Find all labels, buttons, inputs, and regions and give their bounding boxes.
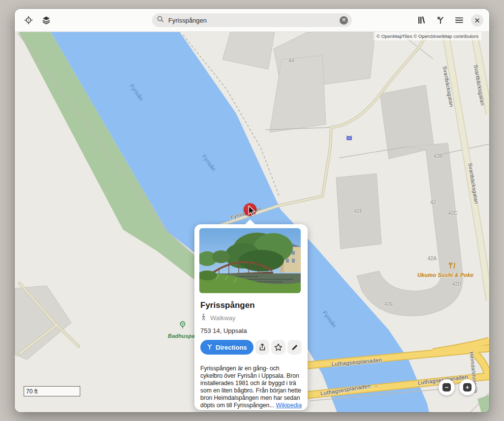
- pedestrian-icon: [200, 313, 207, 322]
- star-icon[interactable]: [271, 340, 285, 355]
- map-pin[interactable]: [244, 203, 256, 216]
- plus-icon: +: [463, 383, 472, 391]
- place-card-arrow: [245, 219, 255, 225]
- tree-icon: [180, 322, 185, 329]
- map-attribution: © OpenMapTiles © OpenStreetMap contribut…: [374, 32, 481, 40]
- clear-search-icon[interactable]: ✕: [340, 16, 348, 25]
- route-icon[interactable]: [434, 13, 447, 27]
- place-category-row: Walkway: [200, 313, 302, 322]
- layers-icon[interactable]: [39, 13, 53, 27]
- place-category: Walkway: [210, 314, 236, 322]
- search-input[interactable]: [167, 16, 340, 25]
- headerbar: ✕ ✕: [15, 9, 489, 32]
- place-address: 753 14, Uppsala: [200, 327, 302, 334]
- app-window: ✕ ✕: [15, 9, 489, 412]
- menu-icon[interactable]: [452, 13, 466, 27]
- library-icon[interactable]: [415, 13, 429, 27]
- place-photo[interactable]: [199, 228, 301, 293]
- place-card: Fyrisspången Walkway 753 14, Uppsala: [194, 224, 308, 410]
- header-right-group: ✕: [415, 9, 483, 31]
- map-canvas[interactable]: Fyrisån Fyrisån Fyrisån Svartbäcksgatan …: [15, 32, 489, 412]
- place-description: Fyrisspången är en gång- och cykelbro öv…: [200, 365, 302, 409]
- scale-bar: 70 ft: [24, 386, 80, 396]
- directions-label: Directions: [216, 344, 247, 351]
- zoom-in-button[interactable]: +: [459, 379, 475, 395]
- directions-button[interactable]: Directions: [200, 340, 253, 355]
- search-bar[interactable]: ✕: [152, 13, 352, 27]
- locate-crosshair-icon[interactable]: [22, 13, 35, 27]
- place-card-content: Fyrisspången Walkway 753 14, Uppsala: [194, 224, 308, 409]
- place-title: Fyrisspången: [200, 301, 302, 310]
- scale-label: 70 ft: [26, 388, 37, 395]
- share-icon[interactable]: [255, 340, 270, 355]
- close-icon[interactable]: ✕: [471, 14, 483, 27]
- pencil-icon[interactable]: [287, 340, 302, 355]
- minus-icon: −: [442, 383, 451, 391]
- header-left-group: [22, 9, 53, 31]
- search-icon: [157, 16, 164, 25]
- blue-poi-icon: [346, 136, 352, 141]
- zoom-out-button[interactable]: −: [439, 379, 455, 395]
- route-icon: [207, 344, 213, 351]
- wikipedia-link[interactable]: Wikipedia: [276, 402, 302, 409]
- place-actions: Directions: [200, 340, 302, 355]
